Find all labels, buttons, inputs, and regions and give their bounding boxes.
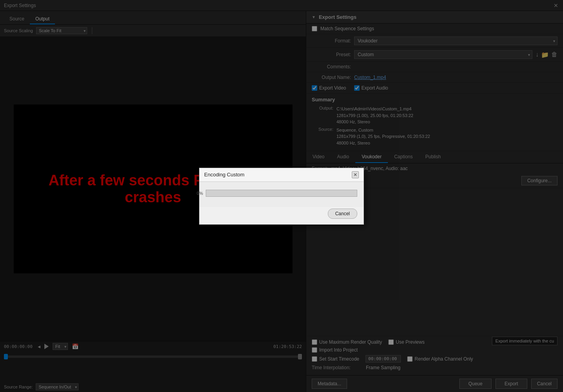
encoding-overlay: Encoding Custom ✕ 0% Cancel xyxy=(0,0,563,392)
encoding-dialog-body: 0% xyxy=(199,182,364,207)
encoding-close-button[interactable]: ✕ xyxy=(352,171,359,178)
encoding-dialog-title: Encoding Custom xyxy=(204,172,245,178)
encoding-dialog-footer: Cancel xyxy=(199,207,364,224)
encoding-progress-bar-wrap: 0% xyxy=(206,190,357,197)
encoding-dialog-title-bar: Encoding Custom ✕ xyxy=(199,168,364,182)
encoding-dialog: Encoding Custom ✕ 0% Cancel xyxy=(199,168,364,225)
encoding-progress-text: 0% xyxy=(197,191,203,196)
encoding-cancel-button[interactable]: Cancel xyxy=(328,209,357,219)
